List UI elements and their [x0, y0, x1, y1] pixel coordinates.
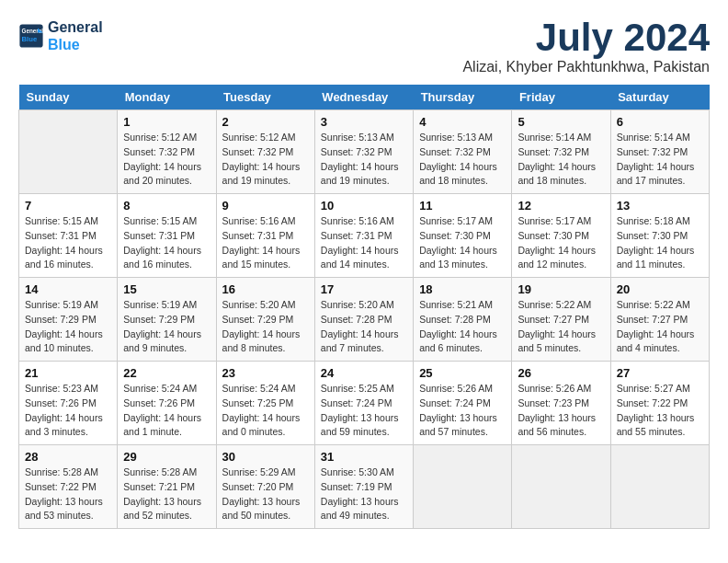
calendar-cell: 1Sunrise: 5:12 AM Sunset: 7:32 PM Daylig…	[118, 110, 216, 194]
svg-text:Blue: Blue	[22, 35, 38, 43]
day-number: 30	[222, 450, 309, 464]
day-number: 2	[222, 115, 309, 129]
calendar-cell: 17Sunrise: 5:20 AM Sunset: 7:28 PM Dayli…	[314, 278, 413, 362]
calendar-cell: 8Sunrise: 5:15 AM Sunset: 7:31 PM Daylig…	[118, 194, 216, 278]
day-info: Sunrise: 5:21 AM Sunset: 7:28 PM Dayligh…	[419, 298, 506, 356]
day-info: Sunrise: 5:23 AM Sunset: 7:26 PM Dayligh…	[25, 382, 111, 440]
day-info: Sunrise: 5:28 AM Sunset: 7:21 PM Dayligh…	[123, 465, 210, 523]
calendar-cell: 21Sunrise: 5:23 AM Sunset: 7:26 PM Dayli…	[19, 362, 118, 445]
calendar-cell: 12Sunrise: 5:17 AM Sunset: 7:30 PM Dayli…	[512, 194, 610, 278]
calendar-week-4: 21Sunrise: 5:23 AM Sunset: 7:26 PM Dayli…	[19, 362, 710, 445]
day-number: 20	[617, 282, 703, 296]
day-number: 11	[419, 199, 506, 213]
weekday-header-sunday: Sunday	[19, 85, 118, 110]
weekday-header-row: SundayMondayTuesdayWednesdayThursdayFrid…	[19, 85, 710, 110]
weekday-header-monday: Monday	[118, 85, 216, 110]
calendar-table: SundayMondayTuesdayWednesdayThursdayFrid…	[18, 85, 710, 529]
day-info: Sunrise: 5:28 AM Sunset: 7:22 PM Dayligh…	[25, 465, 111, 523]
weekday-header-thursday: Thursday	[414, 85, 512, 110]
day-info: Sunrise: 5:24 AM Sunset: 7:26 PM Dayligh…	[123, 382, 210, 440]
calendar-subtitle: Alizai, Khyber Pakhtunkhwa, Pakistan	[462, 59, 710, 75]
logo-text-general: General	[48, 18, 103, 36]
day-number: 3	[321, 115, 407, 129]
day-number: 10	[321, 199, 407, 213]
logo: General Blue General Blue	[18, 18, 103, 53]
calendar-cell: 10Sunrise: 5:16 AM Sunset: 7:31 PM Dayli…	[314, 194, 413, 278]
calendar-cell: 4Sunrise: 5:13 AM Sunset: 7:32 PM Daylig…	[414, 110, 512, 194]
day-number: 16	[222, 282, 309, 296]
day-info: Sunrise: 5:12 AM Sunset: 7:32 PM Dayligh…	[222, 131, 309, 189]
day-info: Sunrise: 5:27 AM Sunset: 7:22 PM Dayligh…	[617, 382, 703, 440]
calendar-cell: 26Sunrise: 5:26 AM Sunset: 7:23 PM Dayli…	[512, 362, 610, 445]
day-number: 18	[419, 282, 506, 296]
day-info: Sunrise: 5:17 AM Sunset: 7:30 PM Dayligh…	[419, 214, 506, 272]
day-number: 31	[321, 450, 407, 464]
calendar-week-2: 7Sunrise: 5:15 AM Sunset: 7:31 PM Daylig…	[19, 194, 710, 278]
calendar-cell: 11Sunrise: 5:17 AM Sunset: 7:30 PM Dayli…	[414, 194, 512, 278]
day-info: Sunrise: 5:24 AM Sunset: 7:25 PM Dayligh…	[222, 382, 309, 440]
calendar-cell: 5Sunrise: 5:14 AM Sunset: 7:32 PM Daylig…	[512, 110, 610, 194]
day-info: Sunrise: 5:26 AM Sunset: 7:24 PM Dayligh…	[419, 382, 506, 440]
day-number: 24	[321, 366, 407, 380]
calendar-cell: 23Sunrise: 5:24 AM Sunset: 7:25 PM Dayli…	[216, 362, 314, 445]
day-number: 12	[518, 199, 604, 213]
day-info: Sunrise: 5:12 AM Sunset: 7:32 PM Dayligh…	[123, 131, 210, 189]
day-info: Sunrise: 5:13 AM Sunset: 7:32 PM Dayligh…	[321, 131, 407, 189]
day-info: Sunrise: 5:15 AM Sunset: 7:31 PM Dayligh…	[25, 214, 111, 272]
calendar-cell: 7Sunrise: 5:15 AM Sunset: 7:31 PM Daylig…	[19, 194, 118, 278]
day-number: 23	[222, 366, 309, 380]
day-info: Sunrise: 5:13 AM Sunset: 7:32 PM Dayligh…	[419, 131, 506, 189]
day-number: 5	[518, 115, 604, 129]
calendar-cell	[19, 110, 118, 194]
calendar-cell: 30Sunrise: 5:29 AM Sunset: 7:20 PM Dayli…	[216, 445, 314, 529]
calendar-cell: 18Sunrise: 5:21 AM Sunset: 7:28 PM Dayli…	[414, 278, 512, 362]
calendar-title: July 2024	[462, 18, 710, 57]
day-info: Sunrise: 5:15 AM Sunset: 7:31 PM Dayligh…	[123, 214, 210, 272]
day-info: Sunrise: 5:16 AM Sunset: 7:31 PM Dayligh…	[222, 214, 309, 272]
calendar-cell: 29Sunrise: 5:28 AM Sunset: 7:21 PM Dayli…	[118, 445, 216, 529]
day-number: 7	[25, 199, 111, 213]
weekday-header-saturday: Saturday	[610, 85, 709, 110]
calendar-cell: 14Sunrise: 5:19 AM Sunset: 7:29 PM Dayli…	[19, 278, 118, 362]
day-info: Sunrise: 5:19 AM Sunset: 7:29 PM Dayligh…	[123, 298, 210, 356]
calendar-cell: 27Sunrise: 5:27 AM Sunset: 7:22 PM Dayli…	[610, 362, 709, 445]
day-number: 27	[617, 366, 703, 380]
day-number: 6	[617, 115, 703, 129]
day-number: 25	[419, 366, 506, 380]
calendar-week-5: 28Sunrise: 5:28 AM Sunset: 7:22 PM Dayli…	[19, 445, 710, 529]
day-number: 9	[222, 199, 309, 213]
day-number: 28	[25, 450, 111, 464]
weekday-header-friday: Friday	[512, 85, 610, 110]
title-section: July 2024 Alizai, Khyber Pakhtunkhwa, Pa…	[462, 18, 710, 75]
day-info: Sunrise: 5:20 AM Sunset: 7:28 PM Dayligh…	[321, 298, 407, 356]
day-info: Sunrise: 5:16 AM Sunset: 7:31 PM Dayligh…	[321, 214, 407, 272]
weekday-header-wednesday: Wednesday	[314, 85, 413, 110]
day-info: Sunrise: 5:25 AM Sunset: 7:24 PM Dayligh…	[321, 382, 407, 440]
calendar-cell: 15Sunrise: 5:19 AM Sunset: 7:29 PM Dayli…	[118, 278, 216, 362]
calendar-cell: 16Sunrise: 5:20 AM Sunset: 7:29 PM Dayli…	[216, 278, 314, 362]
day-number: 13	[617, 199, 703, 213]
day-info: Sunrise: 5:14 AM Sunset: 7:32 PM Dayligh…	[518, 131, 604, 189]
day-info: Sunrise: 5:19 AM Sunset: 7:29 PM Dayligh…	[25, 298, 111, 356]
page-header: General Blue General Blue July 2024 Aliz…	[18, 18, 710, 75]
calendar-week-3: 14Sunrise: 5:19 AM Sunset: 7:29 PM Dayli…	[19, 278, 710, 362]
day-info: Sunrise: 5:18 AM Sunset: 7:30 PM Dayligh…	[617, 214, 703, 272]
day-number: 4	[419, 115, 506, 129]
logo-icon: General Blue	[18, 23, 44, 49]
calendar-cell	[610, 445, 709, 529]
day-info: Sunrise: 5:22 AM Sunset: 7:27 PM Dayligh…	[617, 298, 703, 356]
calendar-cell: 9Sunrise: 5:16 AM Sunset: 7:31 PM Daylig…	[216, 194, 314, 278]
day-info: Sunrise: 5:30 AM Sunset: 7:19 PM Dayligh…	[321, 465, 407, 523]
calendar-cell: 28Sunrise: 5:28 AM Sunset: 7:22 PM Dayli…	[19, 445, 118, 529]
day-number: 26	[518, 366, 604, 380]
day-info: Sunrise: 5:29 AM Sunset: 7:20 PM Dayligh…	[222, 465, 309, 523]
day-number: 14	[25, 282, 111, 296]
day-number: 17	[321, 282, 407, 296]
calendar-cell: 13Sunrise: 5:18 AM Sunset: 7:30 PM Dayli…	[610, 194, 709, 278]
day-info: Sunrise: 5:22 AM Sunset: 7:27 PM Dayligh…	[518, 298, 604, 356]
day-number: 15	[123, 282, 210, 296]
day-number: 22	[123, 366, 210, 380]
calendar-week-1: 1Sunrise: 5:12 AM Sunset: 7:32 PM Daylig…	[19, 110, 710, 194]
logo-text-blue: Blue	[48, 36, 103, 53]
day-number: 1	[123, 115, 210, 129]
